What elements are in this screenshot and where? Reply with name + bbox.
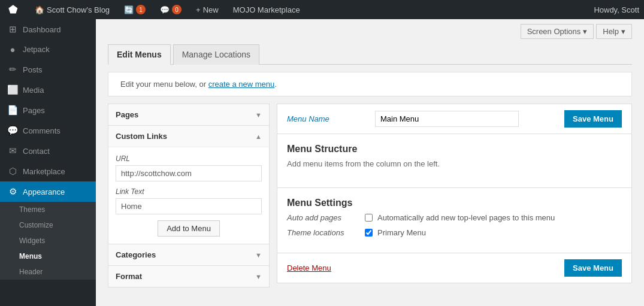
submenu-widgets[interactable]: Widgets — [0, 233, 96, 249]
wp-logo-button[interactable]: ⬟ — [5, 0, 24, 19]
submenu-menus[interactable]: Menus — [0, 249, 96, 264]
sidebar-item-media[interactable]: ⬜ Media — [0, 80, 96, 100]
link-text-row: Link Text — [116, 187, 262, 214]
left-panel: Pages ▼ Custom Links ▲ URL — [108, 104, 270, 287]
admin-bar: ⬟ 🏠 Scott Chow's Blog 🔄 1 💬 0 + New MOJO… — [0, 0, 644, 19]
updates-icon: 🔄 — [124, 5, 134, 14]
menu-name-input[interactable] — [375, 111, 519, 127]
submenu-customize[interactable]: Customize — [0, 217, 96, 233]
auto-add-row: Auto add pages Automatically add new top… — [287, 213, 622, 222]
sidebar-label-contact: Contact — [23, 147, 50, 156]
sidebar-label-marketplace: Marketplace — [23, 167, 65, 176]
tab-edit-menus[interactable]: Edit Menus — [108, 44, 171, 65]
posts-icon: ✏ — [7, 64, 18, 75]
auto-add-desc: Automatically add new top-level pages to… — [377, 213, 555, 222]
submenu-themes[interactable]: Themes — [0, 202, 96, 217]
comments-nav-icon: 💬 — [7, 125, 18, 136]
jetpack-icon: ● — [7, 44, 18, 54]
sidebar-item-contact[interactable]: ✉ Contact — [0, 141, 96, 161]
menu-name-row: Menu Name Save Menu — [277, 104, 632, 134]
accordion-format-arrow-icon: ▼ — [255, 273, 262, 280]
settings-title: Menu Settings — [287, 198, 622, 208]
right-panel: Menu Name Save Menu Menu Structure Add m… — [277, 104, 632, 287]
link-text-input[interactable] — [116, 198, 262, 214]
menu-editor: Pages ▼ Custom Links ▲ URL — [96, 96, 644, 299]
sidebar-label-appearance: Appearance — [23, 187, 65, 196]
accordion-categories-arrow-icon: ▼ — [255, 252, 262, 259]
info-text-after: . — [274, 80, 277, 89]
wp-logo-icon: ⬟ — [8, 3, 18, 16]
accordion-pages-label: Pages — [116, 110, 138, 119]
submenu-header[interactable]: Header — [0, 264, 96, 280]
updates-button[interactable]: 🔄 1 — [120, 0, 149, 19]
screen-options-button[interactable]: Screen Options ▾ — [521, 24, 594, 39]
main-content: Screen Options ▾ Help ▾ Edit Menus Manag… — [96, 19, 644, 306]
url-input[interactable] — [116, 165, 262, 181]
sidebar-item-posts[interactable]: ✏ Posts — [0, 59, 96, 80]
screen-options-label: Screen Options — [527, 27, 581, 36]
accordion-custom-links-arrow-icon: ▲ — [255, 133, 262, 140]
sidebar-label-posts: Posts — [23, 65, 43, 74]
add-to-menu-button[interactable]: Add to Menu — [158, 220, 220, 237]
sidebar-item-marketplace[interactable]: ⬡ Marketplace — [0, 161, 96, 181]
save-menu-button-bottom[interactable]: Save Menu — [564, 259, 622, 277]
home-icon: 🏠 — [35, 5, 44, 14]
sidebar-item-comments[interactable]: 💬 Comments — [0, 120, 96, 141]
primary-menu-label: Primary Menu — [377, 228, 426, 237]
tab-wrapper: Edit Menus Manage Locations — [108, 44, 632, 65]
sidebar-item-jetpack[interactable]: ● Jetpack — [0, 40, 96, 59]
tab-manage-locations[interactable]: Manage Locations — [173, 44, 259, 65]
accordion-categories-header[interactable]: Categories ▼ — [108, 244, 269, 265]
theme-locations-value: Primary Menu — [365, 228, 426, 237]
accordion-custom-links-content: URL Link Text Add to Menu — [108, 147, 269, 244]
sidebar-label-jetpack: Jetpack — [23, 45, 50, 54]
delete-menu-link[interactable]: Delete Menu — [287, 263, 331, 272]
info-text-before: Edit your menu below, or — [120, 80, 208, 89]
marketplace-button[interactable]: MOJO Marketplace — [229, 0, 304, 19]
primary-menu-checkbox[interactable] — [365, 229, 373, 237]
screen-options-arrow: ▾ — [583, 27, 587, 36]
menu-settings-box: Menu Settings Auto add pages Automatical… — [277, 188, 632, 253]
url-row: URL — [116, 154, 262, 181]
top-toolbar: Screen Options ▾ Help ▾ — [96, 19, 644, 39]
accordion-format-header[interactable]: Format ▼ — [108, 266, 269, 287]
sidebar-item-appearance[interactable]: ⚙ Appearance — [0, 181, 96, 202]
accordion-categories-label: Categories — [116, 250, 156, 259]
new-label: New — [203, 5, 219, 14]
site-name-button[interactable]: 🏠 Scott Chow's Blog — [31, 0, 113, 19]
accordion-custom-links-label: Custom Links — [116, 132, 167, 141]
structure-desc: Add menu items from the column on the le… — [287, 159, 622, 168]
create-new-menu-link[interactable]: create a new menu — [208, 80, 275, 89]
appearance-submenu: Themes Customize Widgets Menus Header — [0, 202, 96, 280]
accordion-categories: Categories ▼ — [108, 244, 270, 266]
auto-add-checkbox[interactable] — [365, 214, 373, 222]
sidebar-item-dashboard[interactable]: ⊞ Dashboard — [0, 19, 96, 40]
pages-icon: 📄 — [7, 105, 18, 116]
sidebar-label-comments: Comments — [23, 126, 61, 135]
accordion-custom-links-header[interactable]: Custom Links ▲ — [108, 126, 269, 147]
info-bar: Edit your menu below, or create a new me… — [108, 72, 632, 96]
auto-add-value: Automatically add new top-level pages to… — [365, 213, 555, 222]
accordion-pages-arrow-icon: ▼ — [255, 111, 262, 119]
sidebar-label-pages: Pages — [23, 106, 45, 115]
sidebar-label-media: Media — [23, 86, 44, 95]
sidebar-item-pages[interactable]: 📄 Pages — [0, 100, 96, 120]
url-label: URL — [116, 154, 262, 163]
accordion-format: Format ▼ — [108, 266, 270, 287]
auto-add-label: Auto add pages — [287, 213, 359, 222]
new-button[interactable]: + New — [192, 0, 222, 19]
contact-icon: ✉ — [7, 146, 18, 156]
save-menu-button-top[interactable]: Save Menu — [564, 110, 622, 128]
comments-button[interactable]: 💬 0 — [156, 0, 185, 19]
menu-footer: Delete Menu Save Menu — [277, 253, 632, 283]
help-label: Help — [603, 27, 619, 36]
dashboard-icon: ⊞ — [7, 24, 18, 35]
appearance-icon: ⚙ — [7, 186, 18, 197]
accordion-pages: Pages ▼ — [108, 104, 270, 126]
accordion-pages-header[interactable]: Pages ▼ — [108, 104, 269, 125]
media-icon: ⬜ — [7, 84, 18, 95]
new-icon: + — [196, 5, 201, 14]
help-button[interactable]: Help ▾ — [596, 24, 632, 39]
theme-locations-label: Theme locations — [287, 228, 359, 237]
menu-structure-box: Menu Structure Add menu items from the c… — [277, 134, 632, 188]
